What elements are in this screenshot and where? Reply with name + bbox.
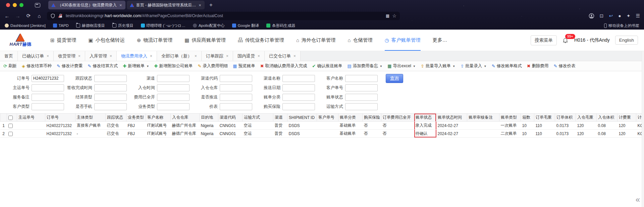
- filter-input[interactable]: [220, 84, 252, 91]
- workspace-tab[interactable]: 入库管理×: [85, 51, 117, 61]
- filter-input[interactable]: [220, 103, 252, 110]
- firefox-view-icon[interactable]: [35, 3, 40, 7]
- account-icon[interactable]: [589, 13, 594, 19]
- undo-extension-icon[interactable]: ↩: [609, 13, 613, 18]
- filter-input[interactable]: [157, 94, 190, 101]
- row-select-cell[interactable]: [7, 122, 17, 130]
- workspace-tab[interactable]: 收货管理×: [54, 51, 85, 61]
- select-all-header[interactable]: [7, 114, 17, 122]
- user-menu[interactable]: H016 - 代伟Andy: [574, 37, 610, 43]
- filter-input[interactable]: [32, 94, 64, 101]
- filter-input[interactable]: [94, 84, 127, 91]
- filter-input[interactable]: [220, 94, 252, 101]
- collapse-panel-icon[interactable]: «: [636, 196, 640, 204]
- nav-item-menu[interactable]: ⊞提货管理: [50, 30, 76, 51]
- bookmark-item[interactable]: TAPD: [53, 24, 69, 28]
- filter-input[interactable]: [282, 75, 315, 82]
- filter-input[interactable]: [345, 84, 378, 91]
- close-tab-icon[interactable]: ×: [78, 54, 80, 58]
- address-bar[interactable]: testtrunkbookingmgr.hart-worldwide.com/#…: [47, 12, 400, 20]
- filter-input[interactable]: [282, 103, 315, 110]
- filter-input[interactable]: [282, 84, 315, 91]
- shield-icon[interactable]: [50, 13, 55, 18]
- extension-sphere-icon[interactable]: ●: [618, 13, 621, 18]
- toolbar-button[interactable]: ⟳刷新: [3, 63, 17, 69]
- bookmark-mobile[interactable]: 移动设备上的书签: [604, 23, 639, 28]
- close-tab-icon[interactable]: ×: [150, 54, 152, 58]
- forward-icon[interactable]: →: [15, 13, 21, 19]
- bookmark-item[interactable]: 赫德物流项目: [76, 23, 105, 28]
- filter-input[interactable]: [282, 94, 315, 101]
- language-button[interactable]: English: [615, 36, 638, 45]
- bookmark-item[interactable]: Dashboard [Jenkins]: [5, 24, 46, 28]
- bookmark-item[interactable]: 条形码生成器: [266, 23, 295, 28]
- close-tab-icon[interactable]: ×: [258, 54, 260, 58]
- close-tab-icon[interactable]: ×: [198, 3, 202, 8]
- toolbar-button[interactable]: ✎录入费用明细: [198, 63, 228, 69]
- workspace-tab[interactable]: 首页: [0, 51, 18, 61]
- toolbar-button[interactable]: ▤添加费用备忘▼: [347, 63, 382, 69]
- filter-input[interactable]: [94, 75, 127, 82]
- filter-input[interactable]: [157, 84, 190, 91]
- close-tab-icon[interactable]: ×: [226, 54, 228, 58]
- screenshot-icon[interactable]: ⊡: [600, 13, 604, 18]
- close-tab-icon[interactable]: ×: [110, 54, 112, 58]
- toolbar-button[interactable]: ✖取消确认费用录入完成: [260, 63, 307, 69]
- nav-item-menu[interactable]: 品传统业务订单管理: [238, 30, 284, 51]
- filter-input[interactable]: [345, 94, 378, 101]
- workspace-tab[interactable]: 物流费用录入×: [117, 51, 157, 61]
- workspace-tab[interactable]: 国内退货×: [233, 51, 265, 61]
- close-tab-icon[interactable]: ×: [47, 54, 49, 58]
- workspace-tab[interactable]: 订单跟踪×: [202, 51, 233, 61]
- bookmark-star-icon[interactable]: ☆: [392, 13, 396, 18]
- row-checkbox[interactable]: [8, 124, 13, 128]
- qr-code-icon[interactable]: ▩: [386, 13, 389, 18]
- close-window-button[interactable]: [6, 3, 10, 7]
- filter-input[interactable]: [345, 75, 378, 82]
- nav-item-menu[interactable]: ⌂海外仓订单管理: [296, 30, 336, 51]
- filter-input[interactable]: [94, 94, 127, 101]
- nav-item-customer-bills[interactable]: ◷客户账单管理: [385, 30, 421, 51]
- toolbar-button[interactable]: ✔确认推送账单: [312, 63, 342, 69]
- toolbar-button[interactable]: ◈修改结算币种: [22, 63, 52, 69]
- filter-input[interactable]: [32, 103, 64, 110]
- new-tab-button[interactable]: +: [206, 2, 216, 8]
- toolbar-button[interactable]: ⇧批量导入账单▼: [421, 63, 455, 69]
- bookmark-item[interactable]: Google 翻译: [232, 23, 259, 28]
- toolbar-button[interactable]: ✚新增账单▼: [123, 63, 149, 69]
- bookmark-item[interactable]: 历史项目: [112, 23, 133, 28]
- bookmark-item[interactable]: Apollo配置中心: [193, 23, 225, 28]
- search-button[interactable]: 查询: [386, 74, 403, 83]
- nav-item-menu[interactable]: 更多…: [433, 30, 447, 51]
- toolbar-button[interactable]: ✚新增附加公司账单: [154, 63, 193, 69]
- toolbar-button[interactable]: ✎修改价表: [554, 63, 576, 69]
- filter-input[interactable]: [32, 75, 64, 82]
- filter-input[interactable]: [220, 75, 252, 82]
- notifications-bell-icon[interactable]: 99+: [562, 37, 569, 44]
- table-row[interactable]: 2H2402271232-已交仓FBJIT测试账号赫德广州仓库NigeriaCN…: [0, 130, 644, 138]
- nav-item-menu[interactable]: ⌂仓储管理: [348, 30, 373, 51]
- toolbar-button[interactable]: ✖删除费用: [527, 63, 549, 69]
- row-select-cell[interactable]: [7, 130, 17, 138]
- filter-input[interactable]: [157, 103, 190, 110]
- toolbar-button[interactable]: ✎修改账单格式: [492, 63, 522, 69]
- browser-tab[interactable]: 首页 - 赫德国际物流管理系统后…×: [127, 1, 205, 9]
- filter-input[interactable]: [94, 103, 127, 110]
- table-row[interactable]: 1H2402271232直接客户账单已交仓FBJIT测试账号赫德广州仓库Nige…: [0, 122, 644, 130]
- nav-item-menu[interactable]: ⊕物流订单管理: [137, 30, 173, 51]
- nav-item-menu[interactable]: ▣小包仓储转运: [89, 30, 125, 51]
- workspace-tab[interactable]: 已交仓订单×: [265, 51, 301, 61]
- close-tab-icon[interactable]: ×: [195, 54, 197, 58]
- toolbar-button[interactable]: ✎修改计费重: [57, 63, 83, 69]
- toolbar-button[interactable]: ✎修改结算方式: [88, 63, 118, 69]
- toolbar-button[interactable]: ▦导出excel▼: [387, 63, 416, 69]
- right-scrollbar[interactable]: [642, 51, 644, 207]
- filter-input[interactable]: [157, 75, 190, 82]
- minimize-window-button[interactable]: [13, 3, 17, 7]
- menu-icon[interactable]: ☰: [636, 13, 640, 18]
- filter-input[interactable]: [32, 84, 64, 91]
- select-all-checkbox[interactable]: [8, 116, 13, 120]
- search-menu-button[interactable]: 搜索菜单: [531, 35, 557, 45]
- insecure-lock-icon[interactable]: [58, 13, 63, 18]
- workspace-tab[interactable]: 全部订单（新）×: [157, 51, 202, 61]
